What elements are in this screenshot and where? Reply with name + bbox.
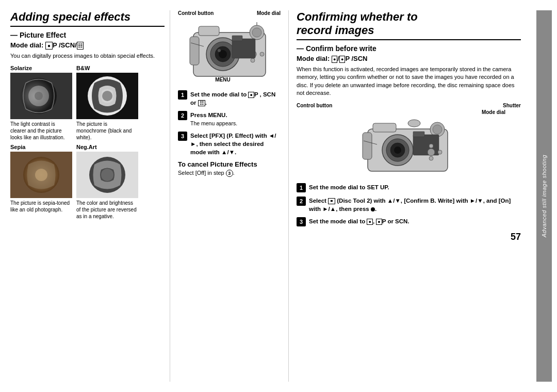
middle-section: Control button Mode dial — [170, 10, 289, 382]
circle-3: 3 — [226, 170, 233, 177]
right-step-3: 3 Set the mode dial to ●, ●P or SCN. — [297, 217, 521, 226]
right-section: Confirming whether torecord images — Con… — [289, 10, 536, 382]
sepia-caption: The picture is sepia-toned like an old p… — [10, 200, 72, 213]
negat-box: Neg.Art The color and brightness of the … — [76, 144, 138, 220]
svg-rect-29 — [232, 36, 242, 41]
left-section: Adding special effects — Picture Effect … — [10, 10, 170, 382]
svg-point-44 — [428, 149, 435, 156]
right-step-1-num: 1 — [297, 183, 306, 192]
bw-box: B&W The picture is monochrome (black and… — [76, 65, 138, 141]
right-title: Confirming whether torecord images — [297, 10, 521, 40]
right-mode-dial: Mode dial: ●/●P /SCN — [297, 55, 521, 62]
right-control-button-label: Control button — [297, 103, 332, 108]
svg-point-20 — [218, 49, 221, 52]
svg-point-3 — [35, 92, 43, 100]
svg-point-36 — [408, 120, 420, 127]
step-2-sub: The menu appears. — [190, 120, 237, 127]
svg-point-22 — [252, 28, 261, 37]
solarize-photo — [10, 73, 72, 119]
solarize-caption: The light contrast is clearer and the pi… — [10, 121, 72, 141]
left-description: You can digitally process images to obta… — [10, 52, 165, 60]
step-3-num: 3 — [178, 132, 187, 141]
svg-point-9 — [35, 169, 47, 181]
right-step-1: 1 Set the mode dial to SET UP. — [297, 183, 521, 192]
svg-rect-35 — [363, 133, 372, 159]
negat-photo — [76, 152, 138, 198]
right-step-3-num: 3 — [297, 217, 306, 226]
right-subtitle: — Confirm before write — [297, 44, 521, 53]
image-row-2: Sepia The — [10, 144, 165, 220]
svg-rect-34 — [373, 123, 396, 132]
left-subtitle: — Picture Effect — [10, 31, 165, 39]
step-3: 3 Select [PFX] (P. Effect) with ◄/►, the… — [178, 132, 281, 156]
page-number: 57 — [297, 232, 521, 242]
side-tab-text: Advanced still image shooting — [541, 155, 547, 237]
negat-label: Neg.Art — [76, 144, 138, 150]
step-1-num: 1 — [178, 90, 187, 100]
bw-caption: The picture is monochrome (black and whi… — [76, 121, 138, 141]
camera-svg-right — [357, 116, 461, 178]
step-1-text: Set the mode dial to ●P , SCN or ☷. — [190, 90, 281, 107]
side-tab: Advanced still image shooting — [536, 10, 552, 382]
camera-diagram-left: Control button Mode dial — [178, 10, 281, 84]
right-step-2: 2 Select ⚭ (Disc Tool 2) with ▲/▼, [Conf… — [297, 197, 521, 213]
cancel-text: Select [Off] in step 3. — [178, 170, 281, 177]
step-3-text: Select [PFX] (P. Effect) with ◄/►, then … — [190, 132, 281, 156]
step-2-num: 2 — [178, 111, 187, 120]
svg-rect-14 — [199, 26, 219, 36]
bw-label: B&W — [76, 65, 138, 71]
step-2-text: Press MENU. — [190, 111, 237, 119]
svg-point-27 — [251, 58, 255, 62]
left-mode-dial: Mode dial: ●P /SCN/☷ — [10, 41, 165, 49]
svg-point-38 — [433, 125, 442, 134]
step-1: 1 Set the mode dial to ●P , SCN or ☷. — [178, 90, 281, 107]
camera-diagram-right: Control button Shutter Mode dial — [297, 103, 521, 178]
right-step-2-text: Select ⚭ (Disc Tool 2) with ▲/▼, [Confir… — [309, 197, 521, 213]
right-mode-dial-label: Mode dial — [482, 109, 505, 115]
right-step-1-text: Set the mode dial to SET UP. — [309, 183, 389, 191]
cancel-title: To cancel Picture Effects — [178, 160, 281, 168]
negat-caption: The color and brightness of the picture … — [76, 200, 138, 220]
svg-rect-15 — [190, 37, 199, 65]
svg-point-25 — [260, 52, 264, 56]
cancel-section: To cancel Picture Effects Select [Off] i… — [178, 160, 281, 177]
svg-point-42 — [394, 146, 401, 154]
svg-rect-28 — [232, 39, 255, 58]
svg-rect-48 — [413, 132, 424, 137]
right-step-2-num: 2 — [297, 197, 306, 206]
image-row-1: Solarize — [10, 65, 165, 141]
right-description: When this function is activated, recorde… — [297, 66, 521, 97]
solarize-box: Solarize — [10, 65, 72, 141]
right-step-3-text: Set the mode dial to ●, ●P or SCN. — [309, 217, 409, 225]
right-shutter-label: Shutter — [503, 103, 521, 108]
camera-svg-left: MENU — [186, 17, 273, 84]
mode-dial-label-mid: Mode dial — [257, 10, 281, 16]
svg-point-47 — [429, 156, 433, 160]
control-button-label: Control button — [178, 10, 214, 16]
sepia-label: Sepia — [10, 144, 72, 150]
sepia-photo — [10, 152, 72, 198]
sepia-box: Sepia The — [10, 144, 72, 220]
left-title: Adding special effects — [10, 10, 165, 27]
svg-point-45 — [438, 150, 442, 154]
solarize-label: Solarize — [10, 65, 72, 71]
step-2: 2 Press MENU. The menu appears. — [178, 111, 281, 127]
bw-photo — [76, 73, 138, 119]
bullet-icon — [371, 207, 375, 211]
svg-point-46 — [429, 144, 433, 148]
